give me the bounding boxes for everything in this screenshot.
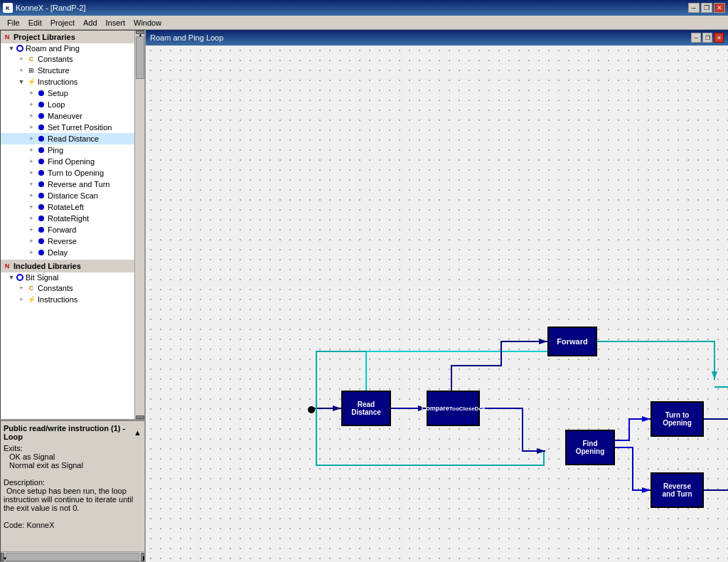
tree-set-turret[interactable]: + Set Turret Position: [1, 122, 134, 133]
expand-structure[interactable]: +: [16, 67, 26, 74]
diagram-titlebar: Roam and Ping Loop ─ ❐ ✕: [146, 30, 728, 46]
menu-project[interactable]: Project: [46, 18, 79, 28]
expand-reverse[interactable]: +: [26, 238, 36, 245]
diagram-close[interactable]: ✕: [714, 33, 724, 43]
expand-ping[interactable]: +: [26, 147, 36, 154]
main-layout: N Project Libraries ▼ Roam and Ping + C …: [0, 30, 728, 562]
close-button[interactable]: ✕: [714, 3, 725, 13]
minimize-button[interactable]: ─: [688, 3, 700, 13]
expand-reverse-turn[interactable]: +: [26, 181, 36, 188]
menu-insert[interactable]: Insert: [102, 18, 130, 28]
diagram-minimize[interactable]: ─: [691, 33, 701, 43]
menu-edit[interactable]: Edit: [24, 18, 46, 28]
node-read-distance[interactable]: ReadDistance: [341, 391, 391, 426]
code-section: Code: KonneX: [4, 521, 141, 529]
tree-instructions-lib[interactable]: + ⚡ Instructions: [1, 294, 134, 305]
tree-rotate-left[interactable]: + RotateLeft: [1, 201, 134, 213]
tree-setup[interactable]: + Setup: [1, 88, 134, 99]
title-bar: K KonneX - [RandP-2] ─ ❐ ✕: [0, 0, 728, 16]
tree-maneuver[interactable]: + Maneuver: [1, 110, 134, 122]
expand-instructions-lib[interactable]: +: [16, 296, 26, 303]
expand-constants[interactable]: +: [16, 55, 26, 63]
lightning-icon: ⚡: [26, 77, 36, 87]
tree-constants[interactable]: + C Constants: [1, 53, 134, 65]
expand-bit-signal[interactable]: ▼: [6, 274, 16, 281]
tree-roam-ping[interactable]: ▼ Roam and Ping: [1, 43, 134, 53]
tree-scroll[interactable]: N Project Libraries ▼ Roam and Ping + C …: [1, 31, 144, 419]
scroll-up-arrow[interactable]: ▲: [136, 31, 144, 34]
tree-reverse[interactable]: + Reverse: [1, 235, 134, 247]
tree-distance-scan[interactable]: + Distance Scan: [1, 190, 134, 201]
expand-maneuver[interactable]: +: [26, 112, 36, 120]
expand-loop[interactable]: +: [26, 101, 36, 108]
expand-distance-scan[interactable]: +: [26, 192, 36, 199]
diagram-title: Roam and Ping Loop: [150, 33, 223, 42]
circle-open-icon: [16, 45, 23, 52]
node-find-opening[interactable]: FindOpening: [565, 430, 615, 465]
tree-reverse-turn[interactable]: + Reverse and Turn: [1, 179, 134, 190]
app-icon: K: [3, 3, 13, 13]
scroll-thumb[interactable]: [136, 36, 144, 79]
expand-constants-lib[interactable]: +: [16, 285, 26, 292]
node-turn-to-opening[interactable]: Turn toOpening: [651, 401, 704, 437]
tree-loop[interactable]: + Loop: [1, 99, 134, 110]
hscroll-thumb[interactable]: [6, 553, 139, 561]
menu-window[interactable]: Window: [129, 18, 166, 28]
info-hscrollbar[interactable]: ◄ ►: [1, 551, 144, 561]
left-panel: N Project Libraries ▼ Roam and Ping + C …: [0, 30, 146, 562]
tree-rotate-right[interactable]: + RotateRight: [1, 213, 134, 224]
tree-forward[interactable]: + Forward: [1, 224, 134, 235]
tree-bit-signal[interactable]: ▼ Bit Signal: [1, 272, 134, 282]
restore-button[interactable]: ❐: [701, 3, 712, 13]
expand-rotate-right[interactable]: +: [26, 215, 36, 222]
diagram-restore[interactable]: ❐: [702, 33, 712, 43]
tree-instructions[interactable]: ▼ ⚡ Instructions: [1, 76, 134, 88]
diagram-canvas[interactable]: ReadDistance CompareTooCloseDce Forward …: [146, 46, 728, 562]
menu-file[interactable]: File: [3, 18, 24, 28]
circle-open-icon-2: [16, 274, 23, 281]
circle-icon-read: [36, 134, 46, 144]
expand-read-distance[interactable]: +: [26, 135, 36, 142]
node-reverse-and-turn[interactable]: Reverseand Turn: [651, 472, 704, 508]
info-expand-icon[interactable]: ▲: [134, 428, 141, 437]
hscroll-right[interactable]: ►: [141, 553, 144, 561]
circle-icon-turn: [36, 168, 46, 178]
circle-icon-loop: [36, 100, 46, 110]
tree-structure[interactable]: + ⊞ Structure: [1, 65, 134, 76]
n-icon-2: N: [2, 261, 12, 271]
tree-constants-lib[interactable]: + C Constants: [1, 282, 134, 294]
description-section: Description: Once setup has been run, th…: [4, 478, 141, 512]
tree-find-opening[interactable]: + Find Opening: [1, 156, 134, 167]
tree-ping[interactable]: + Ping: [1, 144, 134, 156]
expand-instructions[interactable]: ▼: [16, 78, 26, 85]
lightning-icon-lib: ⚡: [26, 295, 36, 304]
expand-delay[interactable]: +: [26, 249, 36, 256]
exit-ok: OK as Signal: [4, 452, 55, 461]
expand-rotate-left[interactable]: +: [26, 203, 36, 211]
tree-scrollbar[interactable]: ▲ ▼: [134, 31, 144, 419]
node-forward[interactable]: Forward: [547, 327, 597, 356]
expand-turn-opening[interactable]: +: [26, 169, 36, 176]
circle-icon-find: [36, 157, 46, 166]
expand-forward[interactable]: +: [26, 226, 36, 233]
hscroll-left[interactable]: ◄: [1, 553, 4, 561]
circle-icon-delay: [36, 248, 46, 258]
tree-area[interactable]: N Project Libraries ▼ Roam and Ping + C …: [0, 30, 145, 420]
expand-set-turret[interactable]: +: [26, 124, 36, 131]
menu-add[interactable]: Add: [79, 18, 102, 28]
node-compare[interactable]: CompareTooCloseDce: [427, 391, 480, 426]
tree-read-distance[interactable]: + Read Distance: [1, 133, 134, 144]
tree-turn-opening[interactable]: + Turn to Opening: [1, 167, 134, 179]
circle-icon-fwd: [36, 225, 46, 235]
entry-dot: [308, 406, 315, 413]
diagram-controls: ─ ❐ ✕: [691, 33, 724, 43]
info-title: Public read/write instruction (1) - Loop: [4, 424, 134, 441]
expand-find-opening[interactable]: +: [26, 158, 36, 165]
diagram-area: Roam and Ping Loop ─ ❐ ✕: [146, 30, 728, 562]
expand-roam[interactable]: ▼: [6, 45, 16, 52]
expand-setup[interactable]: +: [26, 90, 36, 97]
tree-delay[interactable]: + Delay: [1, 247, 134, 258]
scroll-down-arrow[interactable]: ▼: [136, 415, 144, 419]
exit-normal: Normal exit as Signal: [4, 461, 83, 470]
c-icon: C: [26, 54, 36, 64]
